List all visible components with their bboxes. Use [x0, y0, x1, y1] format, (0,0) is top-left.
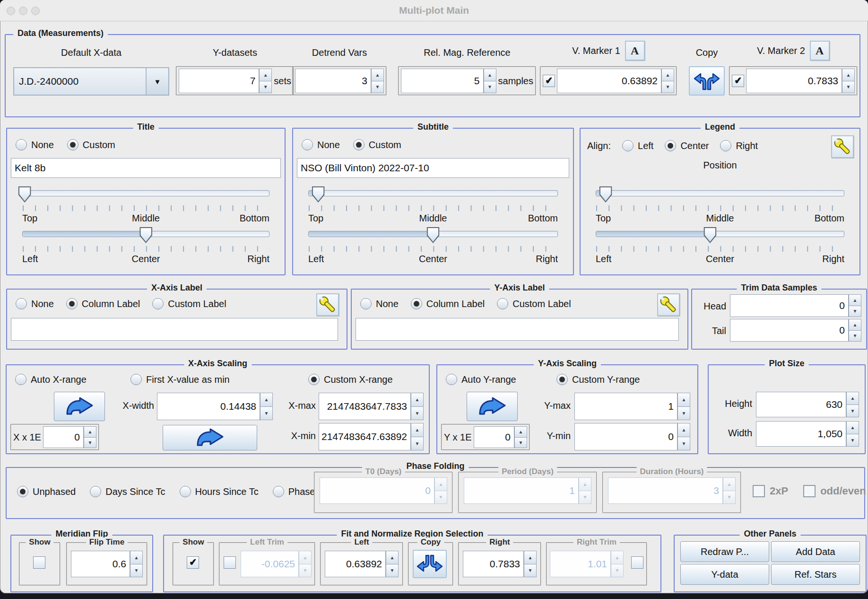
subtitle-hslider-thumb[interactable] — [427, 227, 440, 243]
default-x-data-combobox[interactable]: J.D.-2400000 ▼ — [13, 67, 169, 96]
t0-field[interactable]: 0 — [320, 477, 434, 504]
y-mult-down-icon[interactable]: ▼ — [514, 438, 527, 449]
y-label-none-radio[interactable]: None — [360, 298, 399, 309]
y-mult-field[interactable]: 0 — [474, 426, 514, 448]
x-min-down-icon[interactable]: ▼ — [411, 437, 424, 451]
t0-down-icon[interactable]: ▼ — [434, 491, 447, 504]
unphased-radio[interactable]: Unphased — [17, 486, 76, 497]
x-mult-up-icon[interactable]: ▲ — [84, 426, 96, 438]
add-data-button[interactable]: Add Data — [771, 541, 860, 562]
period-field[interactable]: 1 — [464, 477, 579, 504]
x-mult-field[interactable]: 0 — [43, 426, 84, 448]
v-marker2-field[interactable]: 0.7833 — [746, 69, 842, 93]
meridian-show-checkbox[interactable] — [33, 556, 45, 569]
x-label-column-radio[interactable]: Column Label — [66, 298, 140, 309]
y-datasets-up-icon[interactable]: ▲ — [259, 69, 272, 81]
flip-time-down-icon[interactable]: ▼ — [130, 564, 143, 578]
x-width-field[interactable]: 0.14438 — [157, 393, 260, 420]
t0-up-icon[interactable]: ▲ — [434, 477, 447, 491]
x-width-down-icon[interactable]: ▼ — [260, 407, 273, 421]
odd-even-checkbox[interactable] — [803, 485, 816, 497]
plot-width-field[interactable]: 1,050 — [756, 421, 846, 447]
title-custom-radio[interactable]: Custom — [67, 139, 115, 150]
x-mult-down-icon[interactable]: ▼ — [84, 438, 96, 449]
tail-up-icon[interactable]: ▲ — [849, 319, 861, 331]
y-max-up-icon[interactable]: ▲ — [677, 393, 690, 407]
hours-since-tc-radio[interactable]: Hours Since Tc — [180, 486, 259, 497]
plot-width-down-icon[interactable]: ▼ — [846, 434, 859, 447]
v-marker2-down-icon[interactable]: ▼ — [842, 81, 855, 94]
period-up-icon[interactable]: ▲ — [579, 477, 591, 491]
custom-y-range-radio[interactable]: Custom Y-range — [556, 374, 640, 385]
rel-mag-field[interactable]: 5 — [401, 69, 484, 93]
y-min-up-icon[interactable]: ▲ — [677, 423, 690, 437]
y-label-column-radio[interactable]: Column Label — [411, 298, 485, 309]
plot-height-down-icon[interactable]: ▼ — [846, 405, 859, 418]
left-trim-up-icon[interactable]: ▲ — [299, 551, 312, 564]
subtitle-custom-radio[interactable]: Custom — [353, 139, 401, 150]
x-min-field[interactable]: 2147483647.63892 — [319, 423, 411, 450]
detrend-down-icon[interactable]: ▼ — [371, 81, 384, 94]
y-axis-label-field[interactable] — [356, 318, 679, 341]
legend-align-right-radio[interactable]: Right — [720, 140, 758, 151]
tail-field[interactable]: 0 — [730, 319, 849, 342]
auto-x-range-radio[interactable]: Auto X-range — [15, 374, 87, 385]
combo-dropdown-arrow-icon[interactable]: ▼ — [146, 68, 168, 95]
legend-settings-button[interactable] — [831, 135, 854, 158]
y-max-down-icon[interactable]: ▼ — [677, 407, 690, 421]
y-data-button[interactable]: Y-data — [680, 564, 769, 585]
duration-down-icon[interactable]: ▼ — [723, 491, 736, 504]
right-trim-field[interactable]: 1.01 — [550, 551, 611, 577]
redraw-plot-button[interactable]: Redraw P... — [680, 541, 769, 562]
x-axis-settings-button[interactable] — [316, 293, 339, 316]
period-down-icon[interactable]: ▼ — [579, 491, 591, 504]
x-min-up-icon[interactable]: ▲ — [411, 423, 424, 437]
x-max-field[interactable]: 2147483647.7833 — [319, 393, 411, 420]
plot-height-up-icon[interactable]: ▲ — [846, 392, 859, 405]
head-up-icon[interactable]: ▲ — [849, 294, 861, 306]
v-marker1-down-icon[interactable]: ▼ — [661, 81, 674, 94]
y-datasets-down-icon[interactable]: ▼ — [259, 81, 272, 94]
subtitle-vslider-thumb[interactable] — [312, 186, 325, 203]
right-trim-up-icon[interactable]: ▲ — [611, 551, 624, 564]
y-mult-up-icon[interactable]: ▲ — [514, 426, 527, 438]
flip-time-field[interactable]: 0.6 — [71, 551, 130, 577]
v-marker2-auto-button[interactable]: A — [810, 41, 830, 61]
rel-mag-down-icon[interactable]: ▼ — [484, 81, 496, 94]
fit-right-field[interactable]: 0.7833 — [463, 551, 524, 577]
fit-right-down-icon[interactable]: ▼ — [524, 564, 537, 578]
fit-left-up-icon[interactable]: ▲ — [386, 551, 399, 564]
v-marker1-auto-button[interactable]: A — [625, 41, 645, 61]
legend-vslider-track[interactable] — [596, 190, 844, 196]
head-field[interactable]: 0 — [730, 294, 849, 317]
legend-vslider-thumb[interactable] — [599, 186, 612, 203]
y-datasets-field[interactable]: 7 — [179, 69, 259, 93]
y-axis-settings-button[interactable] — [657, 293, 680, 316]
rel-mag-up-icon[interactable]: ▲ — [484, 69, 496, 81]
y-min-down-icon[interactable]: ▼ — [677, 437, 690, 451]
title-hslider-thumb[interactable] — [139, 227, 152, 243]
flip-time-up-icon[interactable]: ▲ — [130, 551, 143, 564]
phase-radio[interactable]: Phase — [273, 486, 315, 497]
fit-left-down-icon[interactable]: ▼ — [386, 564, 399, 578]
v-marker2-up-icon[interactable]: ▲ — [842, 69, 855, 81]
legend-hslider-track[interactable] — [596, 231, 844, 237]
days-since-tc-radio[interactable]: Days Since Tc — [90, 486, 165, 497]
title-vslider-track[interactable] — [22, 190, 269, 196]
x-max-up-icon[interactable]: ▲ — [411, 393, 424, 407]
first-x-value-radio[interactable]: First X-value as min — [130, 374, 230, 385]
title-text-field[interactable]: Kelt 8b — [11, 158, 281, 178]
y-label-custom-radio[interactable]: Custom Label — [497, 298, 571, 309]
copy-markers-to-fit-button[interactable] — [413, 550, 447, 578]
v-marker1-checkbox[interactable] — [543, 75, 555, 87]
v-marker1-up-icon[interactable]: ▲ — [661, 69, 674, 81]
legend-align-left-radio[interactable]: Left — [622, 140, 653, 151]
right-trim-checkbox[interactable] — [631, 556, 643, 569]
legend-hslider-thumb[interactable] — [703, 227, 716, 243]
y-max-field[interactable]: 1 — [574, 393, 677, 420]
copy-markers-button[interactable] — [689, 66, 725, 96]
x-label-custom-radio[interactable]: Custom Label — [152, 298, 226, 309]
x-axis-label-field[interactable] — [11, 318, 338, 341]
head-down-icon[interactable]: ▼ — [849, 306, 861, 317]
detrend-up-icon[interactable]: ▲ — [371, 69, 384, 81]
